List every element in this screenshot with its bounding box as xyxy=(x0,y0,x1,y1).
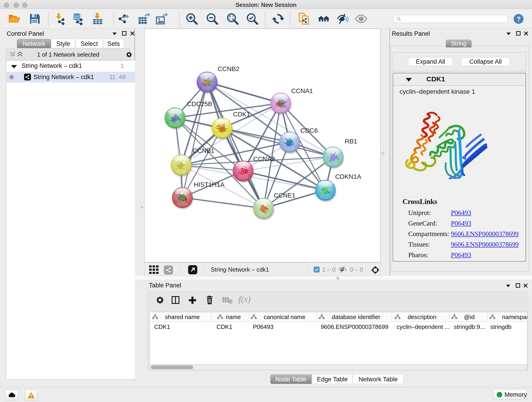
svg-text:CDK1: CDK1 xyxy=(233,111,250,118)
svg-text:CCNA1: CCNA1 xyxy=(291,87,313,95)
svg-text:CCNB2: CCNB2 xyxy=(218,65,239,72)
svg-text:CCNE1: CCNE1 xyxy=(274,192,296,199)
svg-text:CCNA2: CCNA2 xyxy=(253,155,275,162)
svg-text:CDC25B: CDC25B xyxy=(187,100,212,108)
svg-text:RB1: RB1 xyxy=(345,138,357,145)
svg-text:CCNB1: CCNB1 xyxy=(193,147,215,154)
svg-text:CDC6: CDC6 xyxy=(300,127,318,134)
svg-text:HIST1H1A: HIST1H1A xyxy=(194,181,225,188)
svg-text:CDKN1A: CDKN1A xyxy=(335,173,361,180)
